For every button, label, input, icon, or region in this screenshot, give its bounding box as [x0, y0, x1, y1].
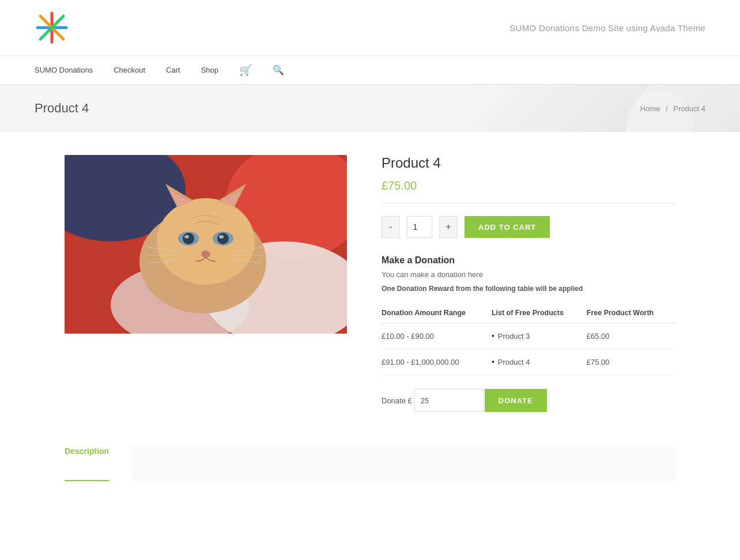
site-header: SUMO Donations Demo Site using Avada The… [0, 0, 740, 56]
quantity-increase-button[interactable]: + [439, 216, 458, 238]
table-row: £91.00 - £1,000,000.00 Product 4 £75.00 [382, 349, 675, 375]
breadcrumb-banner: Product 4 Home / Product 4 [0, 85, 740, 132]
site-tagline: SUMO Donations Demo Site using Avada The… [509, 23, 705, 33]
product-name: Product 4 [382, 155, 675, 171]
main-content: Product 4 £75.00 - + ADD TO CART Make a … [30, 155, 710, 423]
description-content [132, 447, 675, 481]
svg-point-17 [183, 233, 194, 244]
table-header-range: Donation Amount Range [382, 303, 492, 323]
product-price: £75.00 [382, 179, 675, 192]
svg-point-19 [184, 235, 189, 239]
donation-notice: One Donation Reward from the following t… [382, 285, 675, 293]
add-to-cart-row: - + ADD TO CART [382, 216, 675, 238]
product-bullet-2: Product 4 [492, 357, 582, 366]
svg-point-21 [201, 251, 210, 258]
breadcrumb-current: Product 4 [673, 104, 705, 113]
range-1: £10.00 - £90.00 [382, 323, 492, 349]
search-icon[interactable]: 🔍 [273, 65, 284, 75]
svg-point-10 [157, 198, 255, 285]
donation-subtitle: You can make a donation here [382, 270, 675, 279]
description-tab[interactable]: Description [65, 447, 109, 481]
breadcrumb-separator: / [666, 104, 668, 113]
product-image-column [65, 155, 347, 423]
cart-icon[interactable]: 🛒 [239, 64, 252, 77]
breadcrumb-home[interactable]: Home [640, 104, 660, 113]
quantity-decrease-button[interactable]: - [382, 216, 400, 238]
nav-item-cart[interactable]: Cart [166, 63, 180, 77]
product-bullet-1: Product 3 [492, 331, 582, 340]
table-header-worth: Free Product Worth [587, 303, 675, 323]
product-divider [382, 203, 675, 203]
donate-button[interactable]: DONATE [485, 389, 547, 412]
nav-item-checkout[interactable]: Checkout [114, 63, 145, 77]
svg-point-18 [217, 233, 229, 244]
product-details-column: Product 4 £75.00 - + ADD TO CART Make a … [382, 155, 675, 423]
worth-2: £75.00 [587, 349, 675, 375]
quantity-input[interactable] [407, 216, 432, 238]
products-2: Product 4 [492, 349, 587, 375]
worth-1: £65.00 [587, 323, 675, 349]
product-image [65, 155, 347, 334]
donation-heading: Make a Donation [382, 255, 675, 266]
donation-table: Donation Amount Range List of Free Produ… [382, 303, 675, 375]
nav-item-shop[interactable]: Shop [201, 63, 218, 77]
page-title: Product 4 [35, 101, 89, 116]
products-1: Product 3 [492, 323, 587, 349]
breadcrumb: Home / Product 4 [640, 104, 705, 113]
donate-row: Donate £ DONATE [382, 389, 675, 412]
description-section: Description [30, 447, 710, 481]
site-nav: SUMO Donations Checkout Cart Shop 🛒 🔍 [0, 56, 740, 85]
table-header-products: List of Free Products [492, 303, 587, 323]
donate-input[interactable] [414, 389, 484, 412]
nav-item-sumo-donations[interactable]: SUMO Donations [35, 63, 93, 77]
site-logo[interactable] [35, 10, 69, 45]
range-2: £91.00 - £1,000,000.00 [382, 349, 492, 375]
add-to-cart-button[interactable]: ADD TO CART [465, 216, 550, 238]
donation-section: Make a Donation You can make a donation … [382, 255, 675, 412]
donate-label: Donate £ [382, 396, 412, 405]
svg-point-20 [219, 235, 224, 239]
table-row: £10.00 - £90.00 Product 3 £65.00 [382, 323, 675, 349]
